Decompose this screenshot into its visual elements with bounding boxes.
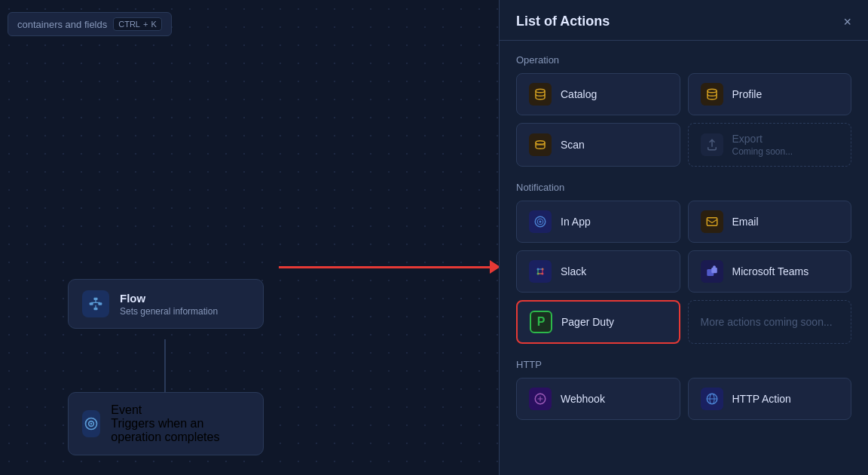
notification-section: Notification In App [516, 182, 851, 344]
action-scan[interactable]: Scan [516, 123, 680, 167]
event-node-title: Event [111, 403, 249, 417]
slack-icon [529, 260, 552, 283]
action-webhook[interactable]: Webhook [516, 378, 680, 420]
slack-label: Slack [561, 265, 586, 277]
more-soon-label: More actions coming soon... [701, 316, 833, 328]
flow-node-subtitle: Sets general information [120, 306, 218, 317]
highlight-arrow [279, 260, 499, 274]
httpaction-icon [701, 388, 723, 410]
webhook-label: Webhook [561, 393, 605, 405]
action-export: Export Coming soon... [688, 123, 852, 167]
export-icon [701, 133, 723, 156]
httpaction-label: HTTP Action [732, 393, 791, 405]
flow-node-title: Flow [120, 292, 218, 305]
pagerduty-icon: P [530, 311, 552, 333]
action-httpaction[interactable]: HTTP Action [688, 378, 852, 420]
flow-node-text: Flow Sets general information [120, 292, 218, 317]
action-pagerduty[interactable]: P Pager Duty [516, 300, 680, 344]
svg-rect-3 [94, 308, 98, 310]
svg-rect-0 [94, 298, 98, 300]
operation-grid: Catalog Profile [516, 73, 851, 167]
flow-node-icon [82, 290, 109, 317]
http-label: HTTP [516, 359, 851, 370]
action-slack[interactable]: Slack [516, 250, 680, 293]
notification-label: Notification [516, 182, 851, 193]
export-subtext: Coming soon... [732, 146, 793, 157]
msteams-icon [701, 260, 723, 283]
pagerduty-label: Pager Duty [561, 316, 614, 328]
svg-point-10 [90, 423, 93, 425]
operation-section: Operation Catalog [516, 54, 851, 167]
action-msteams[interactable]: Microsoft Teams [688, 250, 852, 293]
svg-point-12 [708, 89, 717, 93]
scan-label: Scan [561, 139, 585, 151]
svg-point-17 [539, 221, 542, 223]
search-bar[interactable]: containers and fields CTRL + K [8, 12, 172, 36]
email-icon [701, 210, 723, 233]
http-grid: Webhook HTTP Action [516, 378, 851, 420]
search-placeholder: containers and fields [17, 19, 107, 30]
action-catalog[interactable]: Catalog [516, 73, 680, 115]
canvas: containers and fields CTRL + K Flow Sets… [0, 0, 499, 475]
keyboard-shortcut: CTRL + K [113, 17, 162, 31]
http-section: HTTP Webhook [516, 359, 851, 420]
action-email[interactable]: Email [688, 201, 852, 243]
event-node[interactable]: Event Triggers when an operation complet… [68, 392, 264, 455]
action-more-soon: More actions coming soon... [688, 300, 852, 344]
event-node-icon [82, 410, 100, 437]
profile-icon [701, 83, 723, 106]
svg-rect-18 [707, 218, 717, 226]
svg-point-13 [536, 141, 545, 145]
close-button[interactable]: × [843, 15, 851, 29]
event-node-text: Event Triggers when an operation complet… [111, 403, 249, 444]
svg-point-11 [536, 89, 545, 93]
svg-point-29 [713, 265, 716, 268]
notification-grid: In App Email [516, 201, 851, 344]
msteams-label: Microsoft Teams [732, 265, 809, 277]
action-profile[interactable]: Profile [688, 73, 852, 115]
webhook-icon [529, 388, 552, 410]
profile-label: Profile [732, 88, 763, 100]
flow-node[interactable]: Flow Sets general information [68, 279, 264, 329]
panel-header: List of Actions × [500, 0, 868, 41]
catalog-label: Catalog [561, 88, 597, 100]
email-label: Email [732, 216, 759, 228]
export-label: Export [732, 133, 793, 145]
operation-label: Operation [516, 54, 851, 66]
scan-icon [529, 133, 552, 156]
catalog-icon [529, 83, 552, 106]
actions-panel: List of Actions × Operation Catalog [499, 0, 868, 475]
panel-title: List of Actions [516, 14, 610, 29]
action-inapp[interactable]: In App [516, 201, 680, 243]
panel-body: Operation Catalog [500, 41, 868, 434]
connector-line [164, 339, 166, 396]
event-node-subtitle: Triggers when an operation completes [111, 417, 249, 444]
inapp-icon [529, 210, 552, 233]
inapp-label: In App [561, 216, 591, 228]
